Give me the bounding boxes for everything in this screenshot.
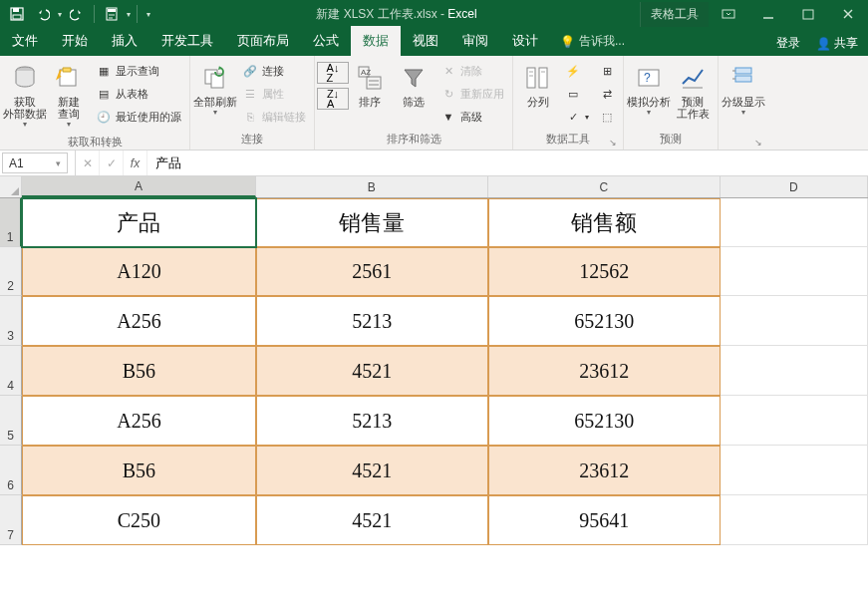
row-header-2[interactable]: 2: [0, 247, 22, 296]
cell-D1[interactable]: [721, 198, 868, 247]
cell-D5[interactable]: [721, 396, 868, 446]
person-icon: 👤: [816, 37, 831, 51]
tab-insert[interactable]: 插入: [100, 26, 149, 56]
reapply-button: ↻重新应用: [436, 83, 508, 105]
cell-D6[interactable]: [721, 446, 868, 495]
row-header-6[interactable]: 6: [0, 446, 22, 495]
save-icon[interactable]: [6, 3, 28, 25]
column-header-C[interactable]: C: [488, 176, 721, 197]
tab-dev[interactable]: 开发工具: [149, 26, 225, 56]
flash-fill-button[interactable]: ⚡: [561, 60, 593, 82]
refresh-all-button[interactable]: 全部刷新 ▾: [194, 58, 236, 121]
dialog-launcher-icon[interactable]: ↘: [609, 138, 617, 148]
show-queries-button[interactable]: ▦显示查询: [92, 60, 185, 82]
cell-A6[interactable]: B56: [22, 446, 256, 495]
cell-A4[interactable]: B56: [22, 346, 256, 396]
svg-rect-12: [803, 10, 813, 19]
get-external-data-button[interactable]: 获取外部数据 ▾: [4, 58, 46, 133]
tab-view[interactable]: 视图: [401, 26, 450, 56]
filter-icon: [398, 62, 430, 94]
cell-B3[interactable]: 5213: [256, 296, 488, 346]
tell-me-search[interactable]: 💡 告诉我...: [550, 27, 635, 56]
tab-data[interactable]: 数据: [351, 26, 401, 56]
sort-button[interactable]: AZ 排序: [349, 58, 391, 112]
select-all-corner[interactable]: [0, 176, 22, 198]
row-header-4[interactable]: 4: [0, 346, 22, 396]
worksheet-grid[interactable]: ABCD 1234567 产品销售量销售额A120256112562A25652…: [0, 176, 868, 611]
cell-C3[interactable]: 652130: [488, 296, 721, 346]
cell-B4[interactable]: 4521: [256, 346, 488, 396]
tab-file[interactable]: 文件: [0, 26, 50, 56]
dialog-launcher-icon[interactable]: ↘: [754, 138, 762, 148]
from-table-button[interactable]: ▤从表格: [92, 83, 185, 105]
cell-B6[interactable]: 4521: [256, 446, 488, 495]
filter-button[interactable]: 筛选: [393, 58, 434, 112]
cell-D3[interactable]: [721, 296, 868, 346]
tab-layout[interactable]: 页面布局: [225, 26, 301, 56]
cell-D4[interactable]: [721, 346, 868, 396]
cell-A1[interactable]: 产品: [22, 198, 256, 247]
cell-C7[interactable]: 95641: [488, 495, 721, 545]
sort-dialog-icon: AZ: [354, 62, 386, 94]
cell-C5[interactable]: 652130: [488, 396, 721, 446]
cell-A7[interactable]: C250: [22, 495, 256, 545]
remove-dup-button[interactable]: ▭: [561, 83, 593, 105]
maximize-icon[interactable]: [788, 0, 828, 28]
name-box[interactable]: A1▾: [2, 153, 68, 173]
cell-C2[interactable]: 12562: [488, 247, 721, 296]
qat-customize-icon[interactable]: ▾: [144, 10, 153, 19]
column-header-A[interactable]: A: [22, 176, 256, 197]
ribbon-options-icon[interactable]: [709, 0, 748, 28]
row-header-3[interactable]: 3: [0, 296, 22, 346]
data-model-button[interactable]: ⬚: [595, 106, 619, 128]
redo-icon[interactable]: [66, 3, 88, 25]
share-button[interactable]: 👤共享: [810, 31, 864, 56]
cell-B5[interactable]: 5213: [256, 396, 488, 446]
cell-D2[interactable]: [721, 247, 868, 296]
cell-B7[interactable]: 4521: [256, 495, 488, 545]
cell-A3[interactable]: A256: [22, 296, 256, 346]
cell-B2[interactable]: 2561: [256, 247, 488, 296]
forecast-button[interactable]: 预测工作表: [672, 58, 714, 124]
grid-icon: ▦: [96, 63, 112, 79]
group-label-sort-filter: 排序和筛选: [319, 130, 508, 150]
new-query-button[interactable]: 新建查询 ▾: [48, 58, 90, 133]
connections-button[interactable]: 🔗连接: [238, 60, 310, 82]
column-header-B[interactable]: B: [256, 176, 488, 197]
tab-review[interactable]: 审阅: [450, 26, 500, 56]
advanced-icon: ▼: [440, 109, 456, 125]
fx-icon[interactable]: fx: [124, 151, 147, 175]
validation-icon: ✓: [565, 109, 581, 125]
cell-C1[interactable]: 销售额: [488, 198, 721, 247]
login-button[interactable]: 登录: [770, 31, 806, 56]
database-icon: [9, 62, 41, 94]
outline-button[interactable]: 分级显示 ▾: [723, 58, 764, 121]
tab-design[interactable]: 设计: [500, 26, 550, 56]
row-header-7[interactable]: 7: [0, 495, 22, 545]
close-icon[interactable]: [828, 0, 868, 28]
cell-A5[interactable]: A256: [22, 396, 256, 446]
calc-icon[interactable]: [101, 3, 123, 25]
tab-formulas[interactable]: 公式: [301, 26, 351, 56]
data-validation-button[interactable]: ✓▾: [561, 106, 593, 128]
text-to-columns-button[interactable]: 分列: [517, 58, 559, 112]
whatif-button[interactable]: ? 模拟分析 ▾: [628, 58, 670, 121]
relationships-button[interactable]: ⇄: [595, 83, 619, 105]
column-header-D[interactable]: D: [721, 176, 868, 197]
recent-sources-button[interactable]: 🕘最近使用的源: [92, 106, 185, 128]
cell-C4[interactable]: 23612: [488, 346, 721, 396]
undo-icon[interactable]: [32, 3, 54, 25]
formula-input[interactable]: 产品: [147, 151, 868, 175]
minimize-icon[interactable]: [748, 0, 788, 28]
cell-C6[interactable]: 23612: [488, 446, 721, 495]
cell-D7[interactable]: [721, 495, 868, 545]
cell-B1[interactable]: 销售量: [256, 198, 488, 247]
row-header-5[interactable]: 5: [0, 396, 22, 446]
consolidate-button[interactable]: ⊞: [595, 60, 619, 82]
tab-home[interactable]: 开始: [50, 26, 100, 56]
advanced-filter-button[interactable]: ▼高级: [436, 106, 508, 128]
properties-icon: ☰: [242, 86, 258, 102]
row-header-1[interactable]: 1: [0, 198, 22, 247]
sort-asc-button[interactable]: A↓Z Z↓A: [319, 58, 347, 114]
cell-A2[interactable]: A120: [22, 247, 256, 296]
